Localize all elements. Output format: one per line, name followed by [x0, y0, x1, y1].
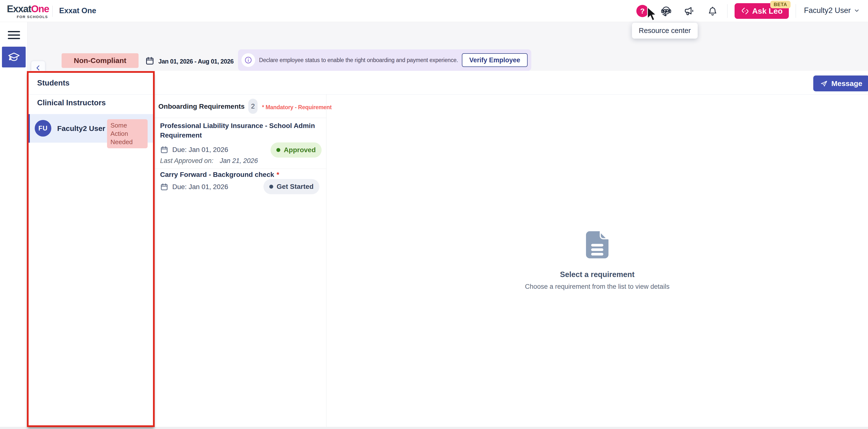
empty-state-title: Select a requirement: [327, 270, 868, 279]
sidebar-item-students[interactable]: Students: [37, 79, 70, 88]
calendar-icon: [145, 56, 154, 66]
mandatory-legend: * Mandatory - Requirement: [262, 104, 332, 111]
resource-center-tooltip: Resource center: [632, 23, 698, 39]
logo-tagline: FOR SCHOOLS: [7, 14, 48, 19]
support-headset-button[interactable]: [660, 5, 673, 17]
document-icon: [586, 231, 609, 258]
headset-icon: [660, 5, 672, 17]
requirements-count-badge: 2: [248, 99, 257, 114]
status-badge-approved: Approved: [271, 143, 321, 158]
info-icon: [242, 53, 255, 67]
due-date: Due: Jan 01, 2026: [172, 146, 228, 154]
status-dot-icon: [276, 148, 280, 152]
requirements-panel-title: Onboarding Requirements: [158, 102, 245, 111]
user-menu[interactable]: Faculty2 User: [804, 6, 860, 15]
mandatory-asterisk: *: [277, 171, 279, 178]
beta-badge: BETA: [770, 1, 790, 8]
avatar: FU: [35, 120, 51, 136]
bell-icon: [707, 6, 718, 17]
user-name: Faculty2 User: [57, 124, 105, 133]
header-divider: [727, 4, 727, 18]
last-approved-row: Last Approved on:Jan 21, 2026: [160, 157, 258, 165]
panel-divider: [154, 71, 155, 427]
selected-indicator: [28, 114, 30, 143]
due-date: Due: Jan 01, 2026: [172, 183, 228, 191]
page-bottom-strip: [0, 427, 868, 429]
calendar-icon: [160, 183, 168, 191]
graduation-cap-icon: [7, 51, 21, 64]
page-title: Exxat One: [59, 6, 96, 15]
rotation-date-range: Jan 01, 2026 - Aug 01, 2026: [158, 58, 234, 65]
sidebar-item-placements[interactable]: [2, 47, 26, 67]
workspace-toolbar: Non-Compliant Jan 01, 2026 - Aug 01, 202…: [0, 22, 868, 71]
calendar-icon: [160, 146, 168, 154]
divider: [155, 118, 326, 118]
announcements-button[interactable]: [683, 5, 696, 17]
header-divider: [52, 6, 53, 17]
chevron-down-icon: [854, 7, 860, 14]
notifications-button[interactable]: [706, 5, 719, 18]
ask-leo-logo-icon: [741, 7, 749, 15]
divider: [155, 168, 326, 169]
app-header: ExxatOne FOR SCHOOLS Exxat One ?: [0, 0, 868, 22]
status-badge-get-started[interactable]: Get Started: [264, 179, 319, 194]
employee-status-banner: Declare employee status to enable the ri…: [238, 49, 531, 71]
status-badge: Some Action Needed: [107, 119, 148, 148]
requirement-item-title[interactable]: Professional Liability Insurance - Schoo…: [160, 121, 331, 140]
user-name: Faculty2 User: [804, 6, 851, 15]
due-date-row: Due: Jan 01, 2026: [160, 146, 228, 154]
status-dot-icon: [269, 185, 273, 189]
hamburger-menu-button[interactable]: [8, 31, 20, 41]
requirement-item-title[interactable]: Carry Forward - Background check*: [160, 171, 279, 179]
due-date-row: Due: Jan 01, 2026: [160, 183, 228, 191]
megaphone-icon: [684, 5, 695, 17]
send-icon: [820, 80, 828, 88]
panel-divider: [326, 94, 327, 427]
sidebar-item-clinical-instructors[interactable]: Clinical Instructors: [37, 98, 106, 107]
hamburger-icon: [8, 31, 20, 32]
compliance-status-badge: Non-Compliant: [62, 53, 138, 68]
chevron-left-icon: [34, 64, 42, 71]
divider: [28, 94, 868, 95]
mouse-cursor: [647, 6, 656, 22]
app-side-rail: [0, 22, 28, 427]
header-divider: [796, 4, 796, 18]
banner-message: Declare employee status to enable the ri…: [259, 57, 458, 63]
verify-employee-button[interactable]: Verify Employee: [462, 53, 528, 67]
message-button[interactable]: Message: [813, 75, 868, 91]
exxat-logo[interactable]: ExxatOne: [7, 3, 49, 14]
empty-state-subtitle: Choose a requirement from the list to vi…: [327, 283, 868, 290]
